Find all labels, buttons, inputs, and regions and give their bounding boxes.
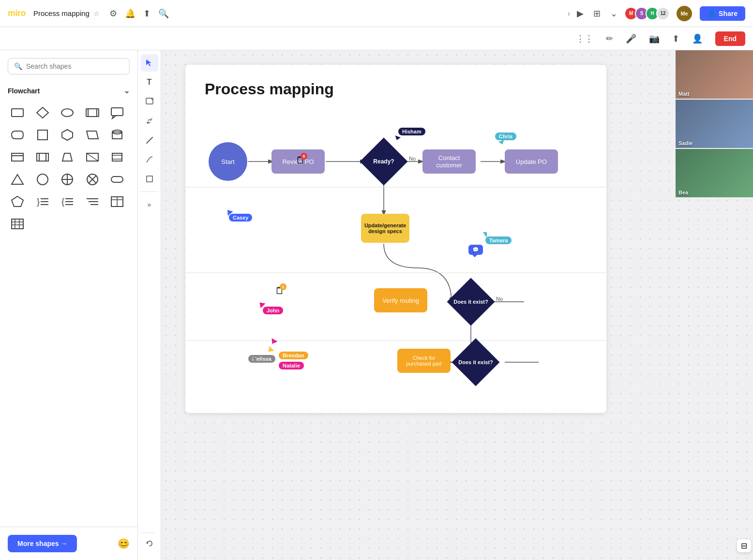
line-tool[interactable] <box>141 132 158 149</box>
svg-marker-17 <box>62 153 72 161</box>
cursor-tamara: Tamara <box>485 236 512 244</box>
shape-grid-table[interactable] <box>8 214 27 234</box>
shape-rectangle[interactable] <box>8 103 27 122</box>
presentation-mode-button[interactable]: ▶ <box>574 6 587 21</box>
end-button[interactable]: End <box>715 31 745 46</box>
shape-trapezoid[interactable] <box>58 147 77 167</box>
camera-button[interactable]: 📷 <box>646 31 663 46</box>
comment-icon: 💬 <box>472 247 479 253</box>
cursor-arrow-hisham <box>394 135 401 141</box>
undo-separator <box>141 532 155 533</box>
mic-button[interactable]: 🎤 <box>623 31 639 46</box>
shape-double-rect[interactable] <box>83 103 102 122</box>
check-purchased-node[interactable]: Check for purchased part <box>397 349 451 373</box>
shapes-grid: } { <box>0 99 137 237</box>
cursor-natalie: Natalie <box>279 362 304 369</box>
shape-rect-stripe[interactable] <box>8 147 27 167</box>
more-options-button[interactable]: ⌄ <box>607 6 620 21</box>
shape-bracket-list[interactable]: { <box>58 192 77 211</box>
start-node[interactable]: Start <box>209 142 247 181</box>
chevron-right-icon[interactable]: › <box>568 9 570 18</box>
shape-table[interactable] <box>107 192 127 211</box>
cursor-john: John <box>263 307 283 314</box>
svg-marker-9 <box>87 131 98 139</box>
upload-icon[interactable]: ⬆ <box>143 8 151 19</box>
more-tools[interactable]: » <box>141 196 158 213</box>
top-bar-icons: ⚙ 🔔 ⬆ 🔍 <box>109 8 169 19</box>
chevron-down-icon[interactable]: ⌄ <box>123 86 130 95</box>
pen-tool[interactable] <box>141 151 158 168</box>
update-design-node[interactable]: Update/generate design specs <box>361 214 409 243</box>
video-name-matt: Matt <box>678 91 690 97</box>
svg-rect-14 <box>37 153 48 161</box>
share-button[interactable]: 👤 Share <box>700 6 745 21</box>
contact-customer-node[interactable]: Contact customer <box>422 149 476 174</box>
svg-marker-1 <box>37 107 48 118</box>
shape-parallelogram[interactable] <box>83 125 102 145</box>
second-toolbar: ⋮⋮ ✏ 🎤 📷 ⬆ 👤 End <box>0 27 753 50</box>
svg-point-2 <box>61 109 73 117</box>
bell-icon[interactable]: 🔔 <box>125 8 136 19</box>
shape-circle[interactable] <box>33 170 52 189</box>
shape-rect-with-lines[interactable] <box>83 147 102 167</box>
shape-hexagon[interactable] <box>58 125 77 145</box>
search-box[interactable]: 🔍 <box>8 58 130 74</box>
svg-marker-23 <box>12 175 23 184</box>
emoji-icon[interactable]: 😊 <box>118 538 130 549</box>
share-screen-button[interactable]: ⬆ <box>669 31 682 46</box>
avatar-count: 12 <box>656 7 670 20</box>
comment-bubble[interactable]: 💬 <box>468 245 483 255</box>
search-shapes-input[interactable] <box>26 62 123 70</box>
does-it-exist-2-node[interactable]: Does it exist? <box>452 344 500 380</box>
svg-point-24 <box>37 174 48 185</box>
cursor-tool[interactable] <box>141 54 158 72</box>
no-label-1: No <box>409 156 416 162</box>
verify-routing-node[interactable]: Verify routing <box>374 288 427 312</box>
undo-button[interactable] <box>141 535 158 552</box>
shape-cylinder[interactable] <box>107 125 127 145</box>
update-po-node[interactable]: Update PO <box>505 149 558 174</box>
shape-rect-double-stripe[interactable] <box>33 147 52 167</box>
shape-triangle[interactable] <box>8 170 27 189</box>
shape-filmstrip[interactable] <box>107 147 127 167</box>
shape-rounded-rect[interactable] <box>107 170 127 189</box>
svg-line-55 <box>147 137 152 143</box>
shape-list-bracket[interactable]: } <box>33 192 52 211</box>
canvas-area[interactable]: Matt Sadie Bea Process mapping <box>161 50 753 560</box>
svg-rect-47 <box>12 219 23 229</box>
participant-button[interactable]: 👤 <box>689 31 706 46</box>
svg-rect-12 <box>12 153 23 161</box>
search-icon[interactable]: 🔍 <box>158 8 169 19</box>
shape-oval[interactable] <box>58 103 77 122</box>
favorite-star-icon[interactable]: ☆ <box>93 10 100 17</box>
crop-tool[interactable] <box>141 170 158 188</box>
sticky-note-badge[interactable]: 🗒 6 <box>296 155 305 166</box>
shape-x-circle[interactable] <box>83 170 102 189</box>
shape-diamond[interactable] <box>33 103 52 122</box>
more-shapes-label: More shapes → <box>17 540 67 547</box>
select-tool-button[interactable]: ⋮⋮ <box>573 31 596 46</box>
shape-cross[interactable] <box>58 170 77 189</box>
svg-marker-52 <box>146 59 151 66</box>
shape-square[interactable] <box>33 125 52 145</box>
text-tool[interactable]: T <box>141 74 158 91</box>
sticky-note-tool[interactable] <box>141 93 158 110</box>
more-shapes-button[interactable]: More shapes → <box>8 535 77 552</box>
pen-tool-button[interactable]: ✏ <box>603 31 616 46</box>
flowchart-label: Flowchart <box>8 87 40 95</box>
ready-diamond-node[interactable]: Ready? <box>360 144 408 179</box>
shape-indent-list[interactable] <box>83 192 102 211</box>
panel-toggle-button[interactable]: ⊟ <box>737 539 751 552</box>
settings-icon[interactable]: ⚙ <box>109 8 117 19</box>
avatars-group: M S H 12 <box>624 7 670 20</box>
does-it-exist-1-node[interactable]: Does it exist? <box>447 284 495 320</box>
link-tool[interactable] <box>141 112 158 130</box>
shape-pentagon[interactable] <box>8 192 27 211</box>
shape-display[interactable] <box>8 125 27 145</box>
grid-view-button[interactable]: ⊞ <box>590 6 603 21</box>
cursor-brendan: Brendan <box>279 352 308 359</box>
sticky-john-badge[interactable]: 🗒 1 <box>275 285 285 296</box>
share-icon: 👤 <box>708 10 716 17</box>
shape-callout[interactable] <box>107 103 127 122</box>
diagram-board[interactable]: Process mapping <box>185 65 606 413</box>
